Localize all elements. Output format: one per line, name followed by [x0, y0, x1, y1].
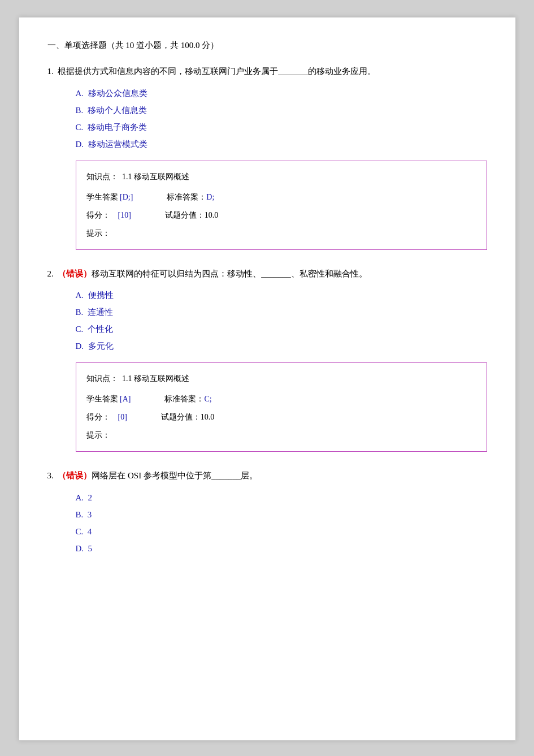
q1-knowledge-label: 知识点：	[86, 172, 118, 181]
q2-question-score: 试题分值：10.0	[161, 409, 215, 425]
q3-option-c: C. 4	[76, 523, 487, 540]
question-1-body: 根据提供方式和信息内容的不同，移动互联网门户业务属于_______的移动业务应用…	[58, 67, 376, 76]
q1-student-answer: 学生答案 [D;]	[86, 189, 133, 205]
q2-knowledge-row: 知识点： 1.1 移动互联网概述	[86, 371, 476, 387]
question-3-text: 3. （错误）网络层在 OSI 参考模型中位于第_______层。	[47, 469, 487, 483]
q1-knowledge-val: 1.1 移动互联网概述	[122, 172, 189, 181]
q1-option-d: D. 移动运营模式类	[76, 136, 487, 153]
question-3-number: 3.	[47, 471, 54, 480]
question-3: 3. （错误）网络层在 OSI 参考模型中位于第_______层。 A. 2 B…	[47, 469, 487, 557]
question-1-options: A. 移动公众信息类 B. 移动个人信息类 C. 移动电子商务类 D. 移动运营…	[76, 85, 487, 153]
q2-knowledge-val: 1.1 移动互联网概述	[122, 374, 189, 383]
q2-student-answer: 学生答案 [A]	[86, 391, 131, 407]
q1-option-c: C. 移动电子商务类	[76, 119, 487, 136]
question-1: 1. 根据提供方式和信息内容的不同，移动互联网门户业务属于_______的移动业…	[47, 64, 487, 250]
question-2-number: 2.	[47, 269, 54, 278]
question-2-text: 2. （错误）移动互联网的特征可以归结为四点：移动性、_______、私密性和融…	[47, 267, 487, 282]
q1-hint-label: 提示：	[86, 226, 110, 241]
q2-option-b: B. 连通性	[76, 304, 487, 321]
q1-option-a: A. 移动公众信息类	[76, 85, 487, 102]
q2-hint-label: 提示：	[86, 427, 110, 443]
q1-answer-row: 学生答案 [D;] 标准答案：D;	[86, 189, 476, 205]
q2-score: 得分： [0]	[86, 409, 127, 425]
q2-hint-row: 提示：	[86, 427, 476, 443]
q3-error-tag: （错误）	[58, 471, 92, 480]
q3-option-d: D. 5	[76, 540, 487, 557]
question-2: 2. （错误）移动互联网的特征可以归结为四点：移动性、_______、私密性和融…	[47, 267, 487, 452]
q1-standard-answer: 标准答案：D;	[167, 189, 214, 205]
question-3-options: A. 2 B. 3 C. 4 D. 5	[76, 489, 487, 557]
q3-option-a: A. 2	[76, 489, 487, 506]
q1-knowledge-row: 知识点： 1.1 移动互联网概述	[86, 169, 476, 185]
q2-standard-answer: 标准答案：C;	[164, 391, 211, 407]
q1-score: 得分： [10]	[86, 208, 131, 223]
q1-question-score: 试题分值：10.0	[165, 208, 219, 223]
question-3-body: 网络层在 OSI 参考模型中位于第_______层。	[92, 471, 258, 480]
question-1-text: 1. 根据提供方式和信息内容的不同，移动互联网门户业务属于_______的移动业…	[47, 64, 487, 79]
q1-hint-row: 提示：	[86, 226, 476, 241]
section-title: 一、单项选择题（共 10 道小题，共 100.0 分）	[47, 40, 487, 51]
question-2-answer-box: 知识点： 1.1 移动互联网概述 学生答案 [A] 标准答案：C; 得分： [0…	[76, 362, 487, 452]
question-1-number: 1.	[47, 67, 54, 76]
q2-option-c: C. 个性化	[76, 321, 487, 338]
q2-option-a: A. 便携性	[76, 287, 487, 304]
q2-score-row: 得分： [0] 试题分值：10.0	[86, 409, 476, 425]
question-1-answer-box: 知识点： 1.1 移动互联网概述 学生答案 [D;] 标准答案：D; 得分： […	[76, 161, 487, 250]
q3-option-b: B. 3	[76, 506, 487, 523]
q2-answer-row: 学生答案 [A] 标准答案：C;	[86, 391, 476, 407]
question-2-body: 移动互联网的特征可以归结为四点：移动性、_______、私密性和融合性。	[92, 269, 367, 278]
q1-option-b: B. 移动个人信息类	[76, 102, 487, 119]
q2-knowledge-label: 知识点：	[86, 374, 118, 383]
q2-option-d: D. 多元化	[76, 338, 487, 355]
exam-page: 一、单项选择题（共 10 道小题，共 100.0 分） 1. 根据提供方式和信息…	[19, 17, 516, 741]
q1-score-row: 得分： [10] 试题分值：10.0	[86, 208, 476, 223]
question-2-options: A. 便携性 B. 连通性 C. 个性化 D. 多元化	[76, 287, 487, 355]
q2-error-tag: （错误）	[58, 269, 92, 278]
